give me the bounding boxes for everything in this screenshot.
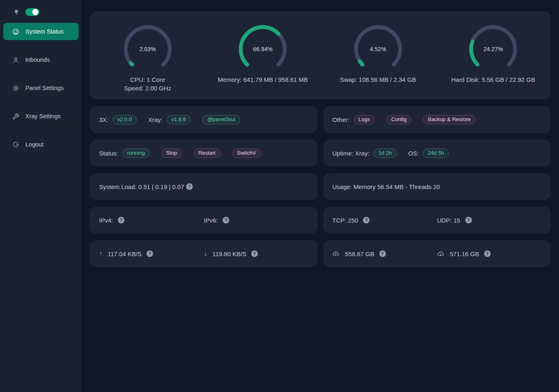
xray-uptime-badge: 1d 2h <box>374 149 397 158</box>
download-speed-text: 119.80 KB/S <box>212 250 246 257</box>
uptime-card: Uptime: Xray: 1d 2h OS: 24d 5h <box>323 140 551 167</box>
ipv6-label: IPv6: <box>204 217 218 224</box>
dashboard-icon <box>12 28 19 35</box>
udp-help-icon[interactable]: ? <box>465 217 472 223</box>
memory-label: Memory: 641.79 MB / 958.61 MB <box>218 75 308 84</box>
xray-version-tag[interactable]: v1.8.6 <box>167 115 191 124</box>
x-version-label: 3X: <box>99 116 108 123</box>
cpu-label: CPU: 1 Core Speed: 2.00 GHz <box>124 75 171 92</box>
restart-button[interactable]: Restart <box>194 149 221 158</box>
resource-gauges-card: 2.03% CPU: 1 Core Speed: 2.00 GHz 66.94%… <box>90 11 551 99</box>
sidebar-item-label: Logout <box>25 141 43 148</box>
dark-mode-toggle[interactable] <box>25 8 39 16</box>
telegram-tag[interactable]: @panel3xui <box>202 115 240 124</box>
gear-icon <box>12 85 19 92</box>
ipv4-label: IPv4: <box>99 217 113 224</box>
network-speed-card: ↑ 117.04 KB/S ? ↓ 119.80 KB/S ? <box>90 240 318 267</box>
total-received-text: 571.16 GB <box>450 250 479 257</box>
sidebar-item-label: System Status <box>25 28 63 35</box>
uptime-xray-label: Uptime: Xray: <box>332 150 370 157</box>
upload-arrow-icon: ↑ <box>99 250 102 257</box>
wrench-icon <box>12 113 19 120</box>
cpu-gauge: 2.03% CPU: 1 Core Speed: 2.00 GHz <box>90 24 205 92</box>
xray-version-label: Xray: <box>148 116 162 123</box>
dark-mode-bulb-icon <box>13 9 20 16</box>
connections-card: TCP: 250 ? UDP: 15 ? <box>323 207 551 234</box>
total-sent-help-icon[interactable]: ? <box>379 250 386 257</box>
stop-button[interactable]: Stop <box>161 149 182 158</box>
backup-restore-button[interactable]: Backup & Restore <box>423 115 476 124</box>
sidebar-item-label: Xray Settings <box>25 113 61 119</box>
tcp-help-icon[interactable]: ? <box>363 217 370 223</box>
status-badge: running <box>122 149 150 158</box>
ipv6-help-icon[interactable]: ? <box>223 217 229 223</box>
usage-card: Usage: Memory 56.54 MB - Threads 20 <box>323 173 551 200</box>
switch-version-button[interactable]: SwitchV <box>232 149 261 158</box>
system-load-text: System Load: 0.51 | 0.19 | 0.07 <box>99 183 184 190</box>
toggle-knob <box>32 9 38 15</box>
total-sent-text: 558.67 GB <box>345 250 374 257</box>
sidebar-item-label: Panel Settings <box>25 85 64 91</box>
sidebar-item-xray-settings[interactable]: Xray Settings <box>3 108 79 125</box>
disk-gauge: 24.27% Hard Disk: 5.56 GB / 22.92 GB <box>436 24 551 84</box>
memory-gauge: 66.94% Memory: 641.79 MB / 958.61 MB <box>205 24 321 84</box>
other-card: Other: Logs Config Backup & Restore <box>323 106 551 133</box>
total-traffic-card: 558.67 GB ? 571.16 GB ? <box>323 240 551 267</box>
disk-label: Hard Disk: 5.56 GB / 22.92 GB <box>451 75 535 84</box>
download-speed-help-icon[interactable]: ? <box>251 250 258 257</box>
ipv4-help-icon[interactable]: ? <box>118 217 124 223</box>
sidebar-item-inbounds[interactable]: Inbounds <box>3 51 79 68</box>
config-button[interactable]: Config <box>386 115 412 124</box>
swap-label: Swap: 108.56 MB / 2.34 GB <box>340 75 416 84</box>
upload-speed-text: 117.04 KB/S <box>108 250 142 257</box>
memory-percent: 66.94% <box>237 24 288 74</box>
swap-percent: 4.52% <box>353 24 403 74</box>
cpu-percent: 2.03% <box>122 24 173 74</box>
sidebar-item-panel-settings[interactable]: Panel Settings <box>3 79 79 97</box>
usage-text: Usage: Memory 56.54 MB - Threads 20 <box>332 183 440 190</box>
logs-button[interactable]: Logs <box>354 115 375 124</box>
system-load-help-icon[interactable]: ? <box>186 183 193 190</box>
version-card: 3X: v2.0.0 Xray: v1.8.6 @panel3xui <box>90 106 318 133</box>
disk-percent: 24.27% <box>468 24 518 74</box>
cloud-download-icon <box>437 250 444 257</box>
sidebar: System Status Inbounds Panel Settings Xr… <box>0 0 82 392</box>
ip-card: IPv4: ? IPv6: ? <box>90 207 318 234</box>
main-content: 2.03% CPU: 1 Core Speed: 2.00 GHz 66.94%… <box>82 0 559 392</box>
sidebar-item-logout[interactable]: Logout <box>3 136 79 153</box>
xray-status-card: Status: running Stop Restart SwitchV <box>90 140 318 167</box>
udp-count-text: UDP: 15 <box>437 217 460 224</box>
download-arrow-icon: ↓ <box>204 250 207 257</box>
uptime-os-label: OS: <box>408 150 419 157</box>
sidebar-header <box>0 8 82 22</box>
sidebar-item-label: Inbounds <box>25 56 50 63</box>
total-received-help-icon[interactable]: ? <box>484 250 491 257</box>
other-label: Other: <box>332 116 349 123</box>
swap-gauge: 4.52% Swap: 108.56 MB / 2.34 GB <box>320 24 436 84</box>
os-uptime-badge: 24d 5h <box>423 149 449 158</box>
logout-icon <box>12 141 19 148</box>
tcp-count-text: TCP: 250 <box>332 217 358 224</box>
user-icon <box>12 56 19 63</box>
system-load-card: System Load: 0.51 | 0.19 | 0.07 ? <box>90 173 318 200</box>
cloud-upload-icon <box>332 250 339 257</box>
upload-speed-help-icon[interactable]: ? <box>147 250 153 257</box>
panel-version-tag[interactable]: v2.0.0 <box>113 115 137 124</box>
sidebar-item-system-status[interactable]: System Status <box>3 23 79 40</box>
status-label: Status: <box>99 150 118 157</box>
